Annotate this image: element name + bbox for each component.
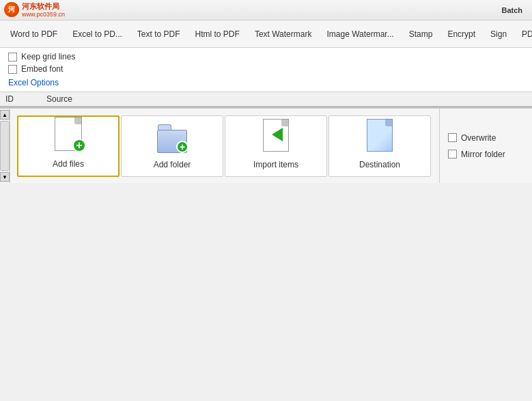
destination-label: Destination (359, 160, 400, 169)
logo-cn-text: 河东软件局 (22, 2, 65, 11)
scroll-up-arrow[interactable]: ▲ (0, 110, 10, 120)
plus-circle-icon: + (72, 139, 86, 152)
col-id-header: ID (5, 94, 46, 104)
mirror-folder-option: Mirror folder (448, 150, 524, 159)
folder-plus-icon: + (176, 141, 188, 153)
excel-options-link[interactable]: Excel Options (8, 78, 59, 87)
action-bar: ▲ ▼ + Add files + Add folder (0, 108, 532, 183)
overwrite-checkbox[interactable] (448, 133, 457, 142)
folder-tab (158, 124, 171, 130)
batch-label: Batch (501, 6, 522, 14)
add-folder-button[interactable]: + Add folder (121, 115, 223, 177)
tab-pdf-image[interactable]: PDF/Im... (514, 24, 532, 44)
mirror-folder-checkbox[interactable] (448, 150, 457, 158)
embed-font-label: Embed font (21, 64, 63, 74)
overwrite-label: Overwrite (461, 133, 496, 143)
add-folder-label: Add folder (154, 160, 191, 169)
destination-icon (363, 117, 396, 153)
import-doc-icon (263, 119, 289, 152)
logo-url-text: www.pc0359.cn (22, 11, 65, 18)
file-list-area (0, 107, 532, 108)
tab-html-to-pdf[interactable]: Html to PDF (188, 24, 247, 44)
keep-grid-lines-label: Keep grid lines (21, 52, 75, 61)
watermark-logo: 河 河东软件局 www.pc0359.cn (4, 2, 65, 18)
tab-word-to-pdf[interactable]: Word to PDF (3, 24, 65, 44)
action-buttons: + Add files + Add folder Import items (10, 109, 439, 183)
add-files-label: Add files (53, 159, 84, 169)
embed-font-row: Embed font (8, 64, 524, 74)
embed-font-checkbox[interactable] (8, 65, 17, 74)
tab-encrypt[interactable]: Encrypt (440, 24, 483, 44)
tab-excel-to-pdf[interactable]: Excel to PD... (65, 24, 130, 44)
import-items-label: Import items (253, 160, 298, 169)
excel-options-row: Excel Options (8, 77, 524, 87)
list-scrollbar[interactable]: ▲ ▼ (0, 109, 10, 183)
add-folder-icon: + (156, 117, 188, 153)
keep-grid-lines-checkbox[interactable] (8, 53, 17, 61)
destination-button[interactable]: Destination (328, 115, 431, 177)
add-files-icon: + (51, 117, 86, 152)
logo-icon: 河 (4, 2, 19, 17)
options-bar: Keep grid lines Embed font Excel Options (0, 48, 532, 92)
mirror-folder-label: Mirror folder (461, 150, 505, 159)
import-icon (260, 117, 292, 153)
overwrite-option: Overwrite (448, 133, 524, 143)
scroll-down-arrow[interactable]: ▼ (0, 172, 10, 182)
tab-sign[interactable]: Sign (483, 24, 514, 44)
import-items-button[interactable]: Import items (225, 115, 327, 177)
title-bar: 河 河东软件局 www.pc0359.cn Batch (0, 0, 532, 20)
dest-doc-icon (367, 119, 393, 152)
tab-image-watermark[interactable]: Image Watermar... (319, 24, 401, 44)
right-panel: Overwrite Mirror folder (439, 109, 532, 183)
tab-stamp[interactable]: Stamp (402, 24, 440, 44)
toolbar: Word to PDF Excel to PD... Text to PDF H… (0, 20, 532, 48)
tab-text-to-pdf[interactable]: Text to PDF (130, 24, 188, 44)
import-arrow-icon (272, 128, 283, 141)
keep-grid-lines-row: Keep grid lines (8, 52, 524, 61)
add-files-button[interactable]: + Add files (17, 115, 120, 177)
table-header: ID Source (0, 92, 532, 107)
tab-text-watermark[interactable]: Text Watermark (247, 24, 320, 44)
col-source-header: Source (46, 94, 527, 104)
